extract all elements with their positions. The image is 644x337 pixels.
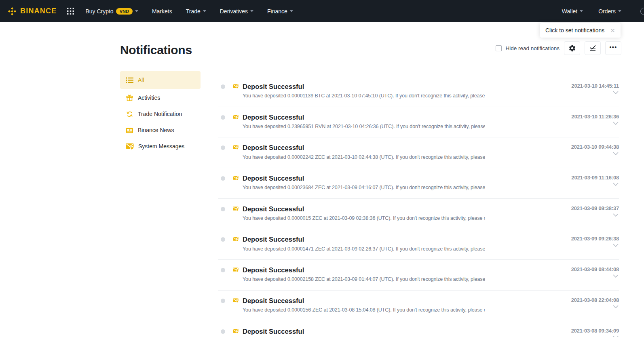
expand-chevron-icon[interactable] bbox=[613, 274, 619, 278]
nav-buy-crypto[interactable]: Buy Crypto VND bbox=[85, 8, 138, 15]
nav-orders-label: Orders bbox=[598, 8, 616, 15]
notification-meta: 2021-03-08 09:34:09 bbox=[571, 328, 619, 337]
nav-finance-label: Finance bbox=[267, 8, 287, 15]
notification-timestamp: 2021-03-10 09:44:38 bbox=[571, 144, 619, 150]
sidebar-item-label: Trade Notification bbox=[138, 111, 182, 117]
notification-row[interactable]: Deposit Successful You have deposited 0.… bbox=[218, 168, 619, 199]
notification-timestamp: 2021-03-09 08:44:08 bbox=[571, 266, 619, 272]
sidebar-item-system-messages[interactable]: System Messages bbox=[120, 138, 201, 154]
notification-title: Deposit Successful bbox=[243, 328, 304, 335]
notification-meta: 2021-03-09 08:44:08 bbox=[571, 266, 619, 278]
expand-chevron-icon[interactable] bbox=[613, 152, 619, 155]
chevron-down-icon bbox=[203, 10, 206, 14]
notification-row[interactable]: Deposit Successful You have deposited 0.… bbox=[218, 199, 619, 230]
notification-categories-sidebar: All Activities bbox=[120, 71, 201, 154]
notification-content: Deposit Successful bbox=[243, 328, 304, 337]
nav-buy-crypto-label: Buy Crypto bbox=[85, 8, 113, 15]
profile-icon[interactable] bbox=[640, 8, 644, 15]
nav-menu: Buy Crypto VND Markets Trade Derivatives… bbox=[85, 8, 293, 15]
read-status-dot bbox=[221, 176, 225, 181]
sidebar-item-all[interactable]: All bbox=[120, 71, 201, 89]
mail-gear-icon bbox=[126, 143, 134, 150]
notification-row[interactable]: Deposit Successful You have deposited 0.… bbox=[218, 137, 619, 168]
mail-gear-icon bbox=[233, 175, 239, 181]
notification-meta: 2021-03-09 09:26:38 bbox=[571, 236, 619, 247]
newspaper-icon bbox=[126, 126, 133, 134]
sidebar-item-trade-notification[interactable]: Trade Notification bbox=[120, 106, 201, 122]
notification-timestamp: 2021-03-10 14:45:11 bbox=[571, 83, 619, 89]
close-icon[interactable]: ✕ bbox=[610, 27, 615, 34]
nav-derivatives[interactable]: Derivatives bbox=[220, 8, 253, 15]
expand-chevron-icon[interactable] bbox=[613, 183, 619, 186]
ellipsis-icon: ••• bbox=[609, 44, 617, 51]
more-options-button[interactable]: ••• bbox=[605, 41, 621, 55]
sidebar-item-label: System Messages bbox=[138, 143, 184, 150]
hide-read-label[interactable]: Hide read notifications bbox=[505, 45, 560, 51]
hide-read-checkbox[interactable] bbox=[496, 45, 502, 51]
notification-title: Deposit Successful bbox=[243, 175, 485, 182]
notification-content: Deposit Successful You have deposited 0.… bbox=[243, 114, 485, 129]
notification-content: Deposit Successful You have deposited 0.… bbox=[243, 297, 485, 313]
mail-gear-icon bbox=[233, 267, 239, 272]
notification-timestamp: 2021-03-10 11:26:36 bbox=[571, 114, 619, 120]
check-list-icon bbox=[589, 44, 597, 52]
mail-gear-icon bbox=[233, 298, 239, 303]
nav-markets[interactable]: Markets bbox=[152, 8, 172, 15]
apps-grid-icon[interactable] bbox=[67, 8, 74, 15]
expand-chevron-icon[interactable] bbox=[613, 213, 619, 217]
nav-trade-label: Trade bbox=[186, 8, 201, 15]
notification-title: Deposit Successful bbox=[243, 205, 485, 213]
read-status-dot bbox=[221, 329, 225, 334]
mail-gear-icon bbox=[233, 236, 239, 242]
notification-row[interactable]: Deposit Successful You have deposited 0.… bbox=[218, 107, 619, 138]
notification-row[interactable]: Deposit Successful You have deposited 0.… bbox=[218, 291, 619, 321]
notification-content: Deposit Successful You have deposited 0.… bbox=[243, 175, 485, 190]
nav-right-menu: Wallet Orders bbox=[562, 8, 621, 15]
read-status-dot bbox=[221, 145, 225, 150]
notification-meta: 2021-03-09 09:38:37 bbox=[571, 205, 619, 217]
nav-wallet[interactable]: Wallet bbox=[562, 8, 583, 15]
chevron-down-icon bbox=[250, 10, 253, 14]
notification-title: Deposit Successful bbox=[243, 236, 485, 243]
notification-settings-button[interactable] bbox=[564, 41, 580, 55]
notification-timestamp: 2021-03-09 09:38:37 bbox=[571, 205, 619, 211]
expand-chevron-icon[interactable] bbox=[613, 122, 619, 125]
nav-trade[interactable]: Trade bbox=[186, 8, 206, 15]
gift-icon bbox=[126, 94, 133, 102]
notifications-page: BINANCE Buy Crypto VND Markets Trade Der… bbox=[0, 0, 644, 337]
list-icon bbox=[126, 77, 133, 83]
expand-chevron-icon[interactable] bbox=[613, 336, 619, 337]
mark-all-read-button[interactable] bbox=[585, 41, 601, 55]
mail-gear-icon bbox=[233, 145, 239, 150]
notification-body: You have deposited 0.0000156 ZEC at 2021… bbox=[243, 307, 485, 313]
binance-logo[interactable]: BINANCE bbox=[7, 6, 57, 16]
tooltip-text: Click to set notifications bbox=[545, 27, 604, 34]
expand-chevron-icon[interactable] bbox=[613, 305, 619, 308]
notification-row[interactable]: Deposit Successful You have deposited 0.… bbox=[218, 229, 619, 260]
notification-title: Deposit Successful bbox=[243, 114, 485, 121]
notification-row[interactable]: Deposit Successful You have deposited 0.… bbox=[218, 260, 619, 291]
binance-diamond-icon bbox=[7, 6, 17, 16]
sidebar-item-activities[interactable]: Activities bbox=[120, 90, 201, 106]
read-status-dot bbox=[221, 237, 225, 242]
notification-meta: 2021-03-09 11:16:08 bbox=[571, 175, 619, 186]
notification-timestamp: 2021-03-09 11:16:08 bbox=[571, 175, 619, 181]
nav-markets-label: Markets bbox=[152, 8, 172, 15]
notification-row[interactable]: Deposit Successful You have deposited 0.… bbox=[218, 76, 619, 107]
set-notifications-tooltip: Click to set notifications ✕ bbox=[540, 23, 621, 38]
expand-chevron-icon[interactable] bbox=[613, 244, 619, 247]
notification-body: You have deposited 0.00002158 ZEC at 202… bbox=[243, 276, 485, 282]
expand-chevron-icon[interactable] bbox=[613, 91, 619, 94]
brand-name: BINANCE bbox=[20, 7, 57, 15]
sidebar-item-label: Activities bbox=[138, 95, 160, 101]
read-status-dot bbox=[221, 84, 225, 89]
notification-body: You have deposited 0.00001139 BTC at 202… bbox=[243, 93, 485, 99]
notification-row[interactable]: Deposit Successful 2021-03-08 09:34:09 bbox=[218, 321, 619, 337]
notification-list: Deposit Successful You have deposited 0.… bbox=[218, 76, 619, 337]
read-status-dot bbox=[221, 207, 225, 211]
nav-orders[interactable]: Orders bbox=[598, 8, 621, 15]
nav-finance[interactable]: Finance bbox=[267, 8, 293, 15]
sidebar-item-binance-news[interactable]: Binance News bbox=[120, 122, 201, 138]
nav-derivatives-label: Derivatives bbox=[220, 8, 248, 15]
gear-icon bbox=[568, 44, 576, 52]
